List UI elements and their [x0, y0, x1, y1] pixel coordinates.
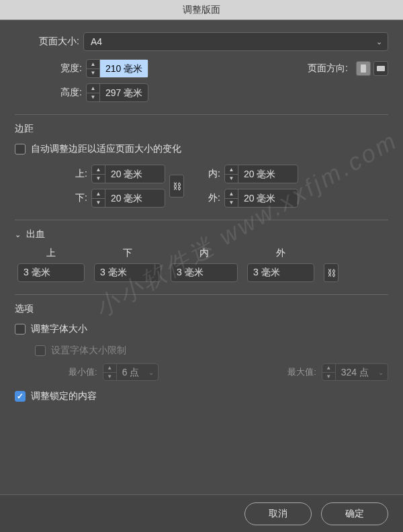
margin-inside-label: 内:	[193, 168, 220, 180]
margin-bottom-stepper[interactable]: ▲▼ 20 毫米	[91, 189, 165, 208]
chevron-down-icon: ⌄	[374, 369, 388, 376]
bleed-top-input[interactable]: 3 毫米	[17, 263, 85, 282]
margin-outside-label: 外:	[193, 192, 220, 204]
width-label: 宽度:	[15, 62, 82, 75]
bleed-outside-input[interactable]: 3 毫米	[247, 263, 314, 282]
landscape-icon	[377, 66, 385, 71]
page-size-select[interactable]: A4 ⌄	[83, 32, 388, 51]
adjust-locked-checkbox[interactable]	[15, 391, 26, 402]
bleed-link-button[interactable]: ⛓	[324, 263, 339, 282]
dialog-titlebar: 调整版面	[0, 0, 403, 20]
max-label: 最大值:	[287, 366, 316, 378]
height-label: 高度:	[15, 87, 82, 99]
font-size-limit-checkbox	[35, 345, 46, 356]
margin-top-value[interactable]: 20 毫米	[105, 165, 148, 183]
dialog-title: 调整版面	[183, 4, 220, 16]
page-size-label: 页面大小:	[15, 36, 79, 48]
bleed-header-top: 上	[17, 247, 85, 259]
width-value[interactable]: 210 毫米	[100, 60, 148, 77]
adjust-locked-label: 调整锁定的内容	[31, 390, 97, 402]
margin-inside-value[interactable]: 20 毫米	[238, 165, 281, 183]
height-value[interactable]: 297 毫米	[100, 84, 148, 101]
auto-adjust-margins-checkbox[interactable]	[15, 144, 26, 154]
min-font-stepper: ▲▼ 6 点 ⌄	[103, 363, 159, 381]
margins-section-title: 边距	[15, 123, 388, 135]
min-label: 最小值:	[69, 366, 97, 378]
margin-bottom-value[interactable]: 20 毫米	[105, 189, 148, 207]
margin-outside-stepper[interactable]: ▲▼ 20 毫米	[224, 189, 298, 208]
bleed-header-bottom: 下	[94, 247, 161, 259]
max-font-stepper: ▲▼ 324 点 ⌄	[322, 363, 388, 381]
bleed-header-outside: 外	[247, 247, 314, 259]
bleed-section-title: 出血	[26, 228, 45, 240]
divider	[15, 294, 388, 295]
min-font-value: 6 点	[117, 364, 145, 380]
chevron-down-icon: ⌄	[376, 38, 382, 46]
margin-bottom-label: 下:	[60, 192, 87, 204]
bleed-header-inside: 内	[171, 247, 238, 259]
adjust-font-label: 调整字体大小	[31, 323, 87, 335]
orientation-landscape-button[interactable]	[373, 61, 388, 76]
font-size-limit-label: 设置字体大小限制	[51, 345, 126, 357]
orientation-portrait-button[interactable]	[356, 61, 371, 76]
link-icon: ⛓	[173, 181, 181, 191]
margins-link-button[interactable]: ⛓	[169, 175, 184, 197]
expand-chevron-icon[interactable]: ⌄	[15, 230, 21, 239]
height-stepper-buttons[interactable]: ▲▼	[87, 84, 100, 101]
max-font-value: 324 点	[336, 364, 374, 380]
height-stepper[interactable]: ▲▼ 297 毫米	[86, 83, 148, 102]
divider	[15, 220, 388, 220]
portrait-icon	[361, 64, 366, 73]
options-section-title: 选项	[15, 303, 388, 315]
link-icon: ⛓	[327, 268, 336, 278]
ok-button[interactable]: 确定	[321, 502, 388, 525]
auto-adjust-margins-label: 自动调整边距以适应页面大小的变化	[31, 143, 181, 155]
divider	[15, 114, 388, 115]
margin-top-label: 上:	[60, 168, 87, 180]
margin-inside-stepper[interactable]: ▲▼ 20 毫米	[224, 165, 298, 183]
margin-top-stepper[interactable]: ▲▼ 20 毫米	[91, 165, 165, 183]
cancel-button[interactable]: 取消	[244, 502, 312, 525]
bleed-inside-input[interactable]: 3 毫米	[171, 263, 238, 282]
adjust-font-checkbox[interactable]	[15, 324, 26, 335]
margin-outside-value[interactable]: 20 毫米	[238, 189, 281, 207]
dialog-footer: 取消 确定	[0, 494, 403, 532]
page-size-value: A4	[91, 36, 102, 47]
bleed-bottom-input[interactable]: 3 毫米	[94, 263, 161, 282]
width-stepper[interactable]: ▲▼ 210 毫米	[86, 59, 148, 78]
chevron-down-icon: ⌄	[144, 369, 158, 376]
width-stepper-buttons[interactable]: ▲▼	[87, 60, 100, 77]
orientation-label: 页面方向:	[308, 62, 348, 75]
